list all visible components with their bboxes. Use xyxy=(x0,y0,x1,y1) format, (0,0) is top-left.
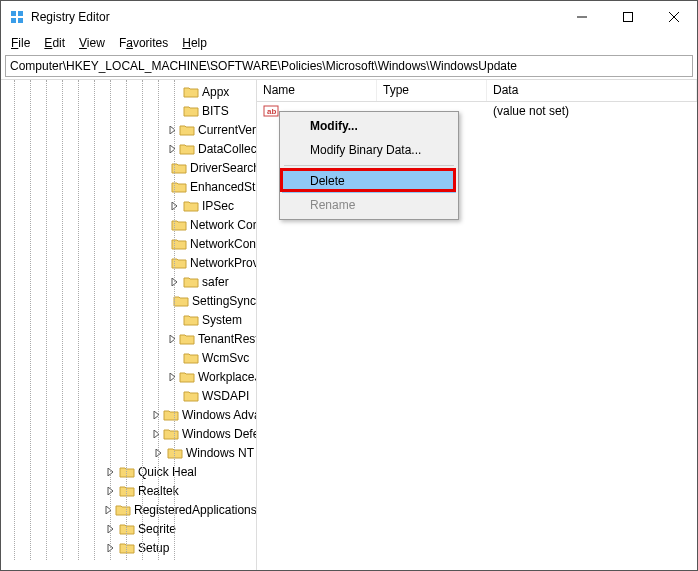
expand-spacer xyxy=(169,86,181,98)
svg-rect-5 xyxy=(624,13,633,22)
tree-item[interactable]: RegisteredApplications xyxy=(1,500,256,519)
folder-icon xyxy=(179,123,195,137)
folder-icon xyxy=(183,389,199,403)
tree-item[interactable]: safer xyxy=(1,272,256,291)
tree-item-label: Appx xyxy=(202,85,229,99)
tree-item[interactable]: BITS xyxy=(1,101,256,120)
expand-icon[interactable] xyxy=(153,409,161,421)
tree-item[interactable]: DriverSearching xyxy=(1,158,256,177)
tree-item-label: System xyxy=(202,313,242,327)
tree-item[interactable]: System xyxy=(1,310,256,329)
tree-item[interactable]: IPSec xyxy=(1,196,256,215)
expand-icon[interactable] xyxy=(153,447,165,459)
tree-item-label: SettingSync xyxy=(192,294,256,308)
folder-icon xyxy=(119,541,135,555)
tree-item[interactable]: WcmSvc xyxy=(1,348,256,367)
expand-spacer xyxy=(169,105,181,117)
ctx-separator xyxy=(284,165,454,166)
svg-rect-2 xyxy=(11,18,16,23)
minimize-button[interactable] xyxy=(559,1,605,33)
expand-icon[interactable] xyxy=(169,333,177,345)
expand-icon[interactable] xyxy=(169,371,177,383)
expand-icon[interactable] xyxy=(169,276,181,288)
folder-icon xyxy=(167,446,183,460)
tree-item-label: WSDAPI xyxy=(202,389,249,403)
context-menu: Modify... Modify Binary Data... Delete R… xyxy=(279,111,459,220)
tree-item[interactable]: Windows NT xyxy=(1,443,256,462)
value-cell-data: (value not set) xyxy=(487,103,697,119)
address-bar[interactable]: Computer\HKEY_LOCAL_MACHINE\SOFTWARE\Pol… xyxy=(5,55,693,77)
tree-item[interactable]: Setup xyxy=(1,538,256,557)
tree-item[interactable]: WSDAPI xyxy=(1,386,256,405)
menu-edit[interactable]: Edit xyxy=(38,35,71,51)
expand-icon[interactable] xyxy=(105,542,117,554)
folder-icon xyxy=(119,522,135,536)
tree-item-label: Windows Defender xyxy=(182,427,257,441)
folder-icon xyxy=(183,313,199,327)
expand-icon[interactable] xyxy=(169,143,177,155)
tree-item-label: DriverSearching xyxy=(190,161,257,175)
col-header-data[interactable]: Data xyxy=(487,80,697,101)
maximize-button[interactable] xyxy=(605,1,651,33)
tree-item[interactable]: CurrentVersion xyxy=(1,120,256,139)
tree-item[interactable]: TenantRestrictions xyxy=(1,329,256,348)
list-body: ab (value not set) Modify... Modify Bina… xyxy=(257,102,697,570)
expand-icon[interactable] xyxy=(105,485,117,497)
folder-icon xyxy=(115,503,131,517)
col-header-type[interactable]: Type xyxy=(377,80,487,101)
tree-item[interactable]: Realtek xyxy=(1,481,256,500)
menu-help[interactable]: Help xyxy=(176,35,213,51)
expand-icon[interactable] xyxy=(105,466,117,478)
ctx-rename[interactable]: Rename xyxy=(282,193,456,217)
tree-item[interactable]: Windows Advanced Threat Protection xyxy=(1,405,256,424)
expand-icon[interactable] xyxy=(105,523,117,535)
expand-spacer xyxy=(169,314,181,326)
menu-view[interactable]: View xyxy=(73,35,111,51)
svg-rect-1 xyxy=(18,11,23,16)
expand-icon[interactable] xyxy=(169,200,181,212)
window-title: Registry Editor xyxy=(31,10,559,24)
tree-item-label: Windows NT xyxy=(186,446,254,460)
tree-item[interactable]: Network Connections xyxy=(1,215,256,234)
tree-item-label: Network Connections xyxy=(190,218,257,232)
tree-item[interactable]: DataCollection xyxy=(1,139,256,158)
tree-item[interactable]: Windows Defender xyxy=(1,424,256,443)
ctx-modify[interactable]: Modify... xyxy=(282,114,456,138)
expand-spacer xyxy=(169,352,181,364)
folder-icon xyxy=(179,142,195,156)
tree-item-label: CurrentVersion xyxy=(198,123,257,137)
list-pane: Name Type Data ab (value not set) Modify… xyxy=(257,80,697,570)
menu-favorites[interactable]: Favorites xyxy=(113,35,174,51)
tree-item[interactable]: WorkplaceJoin xyxy=(1,367,256,386)
close-button[interactable] xyxy=(651,1,697,33)
folder-icon xyxy=(179,332,195,346)
tree-item-label: BITS xyxy=(202,104,229,118)
tree-item[interactable]: NetworkProvider xyxy=(1,253,256,272)
tree-item[interactable]: SettingSync xyxy=(1,291,256,310)
tree-item[interactable]: EnhancedStorageDevices xyxy=(1,177,256,196)
tree-item[interactable]: NetworkConnectivityStatusIndicator xyxy=(1,234,256,253)
string-value-icon: ab xyxy=(263,104,279,118)
tree-item-label: NetworkConnectivityStatusIndicator xyxy=(190,237,257,251)
ctx-delete[interactable]: Delete xyxy=(282,169,456,193)
folder-icon xyxy=(183,199,199,213)
expand-icon[interactable] xyxy=(105,504,113,516)
folder-icon xyxy=(163,427,179,441)
titlebar: Registry Editor xyxy=(1,1,697,33)
tree-item-label: Quick Heal xyxy=(138,465,197,479)
ctx-modify-binary[interactable]: Modify Binary Data... xyxy=(282,138,456,162)
folder-icon xyxy=(173,294,189,308)
menu-file[interactable]: File xyxy=(5,35,36,51)
tree-item-label: Windows Advanced Threat Protection xyxy=(182,408,257,422)
tree-item[interactable]: Seqrite xyxy=(1,519,256,538)
folder-icon xyxy=(163,408,179,422)
tree-item-label: safer xyxy=(202,275,229,289)
tree-item[interactable]: Quick Heal xyxy=(1,462,256,481)
expand-icon[interactable] xyxy=(169,124,177,136)
expand-icon[interactable] xyxy=(153,428,161,440)
tree-pane[interactable]: AppxBITSCurrentVersionDataCollectionDriv… xyxy=(1,80,257,570)
col-header-name[interactable]: Name xyxy=(257,80,377,101)
tree-item[interactable]: Appx xyxy=(1,82,256,101)
tree-item-label: TenantRestrictions xyxy=(198,332,257,346)
tree-item-label: NetworkProvider xyxy=(190,256,257,270)
